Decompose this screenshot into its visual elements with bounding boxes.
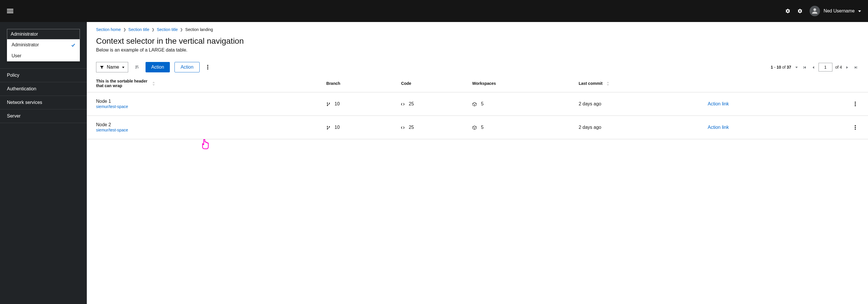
row-action-link[interactable]: Action link bbox=[708, 125, 729, 130]
svg-point-9 bbox=[329, 103, 330, 104]
svg-rect-2 bbox=[7, 12, 13, 13]
row-sublink[interactable]: siemur/test-space bbox=[96, 104, 128, 109]
chevron-right-icon: ❯ bbox=[152, 28, 155, 32]
context-option-label: User bbox=[11, 53, 22, 59]
svg-point-16 bbox=[855, 125, 856, 126]
svg-point-15 bbox=[329, 126, 330, 127]
svg-rect-1 bbox=[7, 11, 13, 11]
last-commit-value: 2 days ago bbox=[574, 116, 703, 139]
col-header-action bbox=[703, 75, 801, 92]
sort-indicator-icon bbox=[152, 81, 155, 86]
pagination-first[interactable] bbox=[802, 64, 808, 71]
data-table: This is the sortable header that can wra… bbox=[87, 75, 868, 139]
page-title: Context selector in the vertical navigat… bbox=[87, 32, 868, 48]
nav-item-policy[interactable]: Policy bbox=[0, 68, 87, 82]
col-header-sortable[interactable]: This is the sortable header that can wra… bbox=[87, 75, 322, 92]
code-value: 25 bbox=[409, 101, 414, 106]
row-name: Node 1 bbox=[96, 99, 317, 104]
gear-icon[interactable] bbox=[785, 8, 790, 13]
col-header-kebab bbox=[801, 75, 868, 92]
svg-point-10 bbox=[855, 102, 856, 103]
caret-down-icon bbox=[858, 8, 861, 13]
chevron-right-icon: ❯ bbox=[180, 28, 183, 32]
nav-item-server[interactable]: Server bbox=[0, 110, 87, 123]
user-menu[interactable]: Ned Username bbox=[810, 6, 861, 16]
sort-indicator-icon bbox=[607, 81, 609, 86]
pagination-last[interactable] bbox=[853, 64, 859, 71]
svg-point-12 bbox=[855, 105, 856, 106]
code-value: 25 bbox=[409, 125, 414, 130]
app-body: Administrator Administrator User Policy … bbox=[0, 22, 868, 304]
row-sublink[interactable]: siemur/test-space bbox=[96, 128, 128, 132]
context-selector-dropdown: Administrator User bbox=[7, 39, 80, 61]
col-header-code[interactable]: Code bbox=[396, 75, 468, 92]
branch-icon bbox=[327, 101, 332, 106]
chevron-right-icon: ❯ bbox=[123, 28, 126, 32]
context-selector[interactable]: Administrator bbox=[7, 29, 80, 39]
svg-point-6 bbox=[207, 68, 208, 69]
cube-icon bbox=[472, 125, 478, 130]
pagination-per-page-toggle[interactable] bbox=[794, 64, 799, 71]
page-description: Below is an example of a LARGE data tabl… bbox=[87, 48, 868, 60]
row-kebab-menu[interactable] bbox=[852, 100, 859, 108]
context-option-user[interactable]: User bbox=[7, 50, 80, 61]
col-header-workspaces[interactable]: Workspaces bbox=[468, 75, 574, 92]
branch-icon bbox=[327, 125, 332, 130]
filter-icon bbox=[100, 65, 104, 70]
username-label: Ned Username bbox=[824, 8, 855, 13]
main-content: Section home ❯ Section title ❯ Section t… bbox=[87, 22, 868, 304]
row-action-link[interactable]: Action link bbox=[708, 101, 729, 106]
breadcrumb-link[interactable]: Section home bbox=[96, 27, 121, 32]
secondary-action-button[interactable]: Action bbox=[175, 62, 199, 72]
svg-point-13 bbox=[327, 126, 328, 127]
svg-point-3 bbox=[814, 8, 816, 11]
table-row: Node 2 siemur/test-space 10 25 bbox=[87, 116, 868, 139]
cube-icon bbox=[472, 101, 478, 106]
toolbar: Name Action Action 1 - 10 of 37 bbox=[87, 60, 868, 75]
hamburger-icon[interactable] bbox=[7, 8, 13, 14]
sort-button[interactable] bbox=[133, 63, 141, 71]
pagination-next[interactable] bbox=[845, 64, 850, 71]
breadcrumb-link[interactable]: Section title bbox=[157, 27, 178, 32]
gear-icon[interactable] bbox=[797, 8, 803, 13]
svg-point-5 bbox=[207, 67, 208, 68]
code-icon bbox=[401, 101, 406, 106]
table-row: Node 1 siemur/test-space 10 25 bbox=[87, 92, 868, 116]
pagination-range: 1 - 10 of 37 bbox=[771, 65, 791, 69]
row-kebab-menu[interactable] bbox=[852, 123, 859, 131]
nav-item-network-services[interactable]: Network services bbox=[0, 96, 87, 110]
pagination-prev[interactable] bbox=[810, 64, 816, 71]
filter-dropdown[interactable]: Name bbox=[96, 62, 128, 72]
svg-point-7 bbox=[327, 102, 328, 104]
avatar bbox=[810, 6, 820, 16]
workspaces-value: 5 bbox=[481, 101, 484, 106]
workspaces-value: 5 bbox=[481, 125, 484, 130]
col-header-last-commit[interactable]: Last commit bbox=[574, 75, 703, 92]
svg-point-18 bbox=[855, 128, 856, 130]
kebab-menu[interactable] bbox=[204, 63, 211, 71]
sidebar-nav: Policy Authentication Network services S… bbox=[0, 68, 87, 123]
breadcrumb-current: Section landing bbox=[185, 27, 213, 32]
pagination-page-input[interactable] bbox=[818, 63, 832, 71]
nav-item-authentication[interactable]: Authentication bbox=[0, 82, 87, 96]
svg-point-4 bbox=[207, 65, 208, 66]
pagination: 1 - 10 of 37 of 4 bbox=[771, 63, 859, 71]
sidebar: Administrator Administrator User Policy … bbox=[0, 22, 87, 304]
col-header-branch[interactable]: Branch bbox=[322, 75, 396, 92]
row-name: Node 2 bbox=[96, 122, 317, 127]
breadcrumb: Section home ❯ Section title ❯ Section t… bbox=[87, 22, 868, 32]
pagination-total-pages: of 4 bbox=[835, 65, 842, 69]
svg-rect-0 bbox=[7, 9, 13, 10]
code-icon bbox=[401, 125, 406, 130]
branch-value: 10 bbox=[335, 125, 340, 130]
svg-point-11 bbox=[855, 103, 856, 104]
caret-down-icon bbox=[122, 65, 124, 70]
primary-action-button[interactable]: Action bbox=[146, 62, 170, 72]
check-icon bbox=[71, 42, 75, 48]
table-header-row: This is the sortable header that can wra… bbox=[87, 75, 868, 92]
branch-value: 10 bbox=[335, 101, 340, 106]
app-header: Ned Username bbox=[0, 0, 868, 22]
breadcrumb-link[interactable]: Section title bbox=[128, 27, 149, 32]
context-option-administrator[interactable]: Administrator bbox=[7, 39, 80, 50]
header-left bbox=[7, 8, 13, 14]
